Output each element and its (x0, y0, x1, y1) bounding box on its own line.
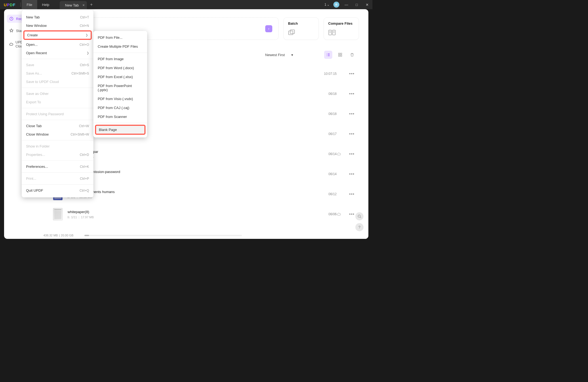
trash-button[interactable] (348, 51, 356, 59)
create-menu-item[interactable]: PDF from PowerPoint (.pptx) (93, 81, 147, 94)
file-menu-item[interactable]: New TabCtrl+T (22, 13, 93, 21)
compare-title: Compare Files (328, 21, 354, 25)
file-menu-item[interactable]: Close WindowCtrl+Shift+W (22, 130, 93, 139)
menu-item-label: Export To (26, 100, 41, 104)
close-button[interactable]: ✕ (364, 3, 370, 7)
file-meta: ⎘1/8|9.08 MB (68, 175, 312, 179)
more-button[interactable]: ••• (347, 212, 356, 217)
shortcut: Ctrl+K (80, 165, 89, 169)
svg-rect-7 (340, 53, 342, 54)
menu-item-label: Create (27, 33, 38, 37)
file-row[interactable]: whitepaper(8) ⎘1/11|17.97 MB 06/06 ••• (48, 204, 359, 224)
file-menu-item[interactable]: New WindowCtrl+N (22, 21, 93, 30)
file-row[interactable]: whitepaper_permission-password ⎘1/8|9.08… (48, 164, 359, 184)
compare-icon (328, 29, 354, 36)
file-menu-item: Print...Ctrl+P (22, 174, 93, 183)
clock-icon (9, 16, 14, 21)
more-button[interactable]: ••• (347, 172, 356, 176)
menu-item-label: Save As... (26, 71, 42, 75)
menu-item-label: PDF from Excel (.xlsx) (98, 75, 133, 79)
more-button[interactable]: ••• (347, 111, 356, 116)
file-menu-item[interactable]: Open...Ctrl+O (22, 40, 93, 49)
file-info: whitepaper(8) ⎘1/11|17.97 MB (68, 210, 312, 219)
create-menu-item[interactable]: PDF from Scanner (93, 112, 147, 121)
create-menu-item[interactable]: PDF from CAJ (.caj) (93, 103, 147, 112)
avatar[interactable]: R (333, 2, 339, 8)
menu-separator (22, 160, 93, 161)
batch-icon (288, 29, 314, 36)
file-name: whitepaper_permission-password (68, 170, 312, 174)
notification-badge[interactable]: 1 ⌄ (324, 3, 330, 7)
menu-item-label: Show in Folder (26, 144, 50, 148)
tab-label: New Tab (65, 3, 79, 7)
minimize-button[interactable]: — (343, 3, 350, 7)
chevron-right-icon[interactable]: › (265, 25, 272, 32)
file-menu-item[interactable]: Close TabCtrl+W (22, 122, 93, 130)
menu-item-label: PDF from File... (98, 36, 122, 40)
compare-card[interactable]: Compare Files (324, 17, 359, 40)
more-button[interactable]: ••• (347, 192, 356, 197)
create-menu-item[interactable]: PDF from Excel (.xlsx) (93, 72, 147, 81)
create-menu-item[interactable]: Blank Page (95, 125, 146, 135)
menu-item-label: Properties... (26, 153, 45, 157)
file-menu-item[interactable]: Quit UPDFCtrl+Q (22, 186, 93, 195)
file-menu: New TabCtrl+TNew WindowCtrl+NCreate❯Open… (22, 10, 93, 197)
view-list-button[interactable] (324, 51, 332, 59)
create-menu-item[interactable]: Create Multiple PDF Files (93, 42, 147, 51)
more-button[interactable]: ••• (347, 131, 356, 136)
file-size: 17.97 MB (81, 216, 94, 219)
menu-file[interactable]: File (22, 0, 37, 9)
add-tab-button[interactable]: + (90, 2, 93, 7)
file-info: technology augments humans ⎘2/2|36.38 MB (68, 190, 312, 199)
shortcut: Ctrl+N (80, 24, 89, 28)
svg-rect-8 (339, 55, 340, 56)
menu-item-label: Print... (26, 176, 36, 181)
menu-item-label: Preferences... (26, 165, 48, 169)
cloud-indicator[interactable] (337, 152, 347, 156)
menu-separator (22, 108, 93, 108)
more-button[interactable]: ••• (347, 71, 356, 76)
shortcut: Ctrl+P (80, 177, 89, 181)
file-menu-item: Save to UPDF Cloud (22, 78, 93, 86)
search-button[interactable] (355, 212, 363, 220)
create-menu-item[interactable]: PDF from Image (93, 54, 147, 63)
sort-label: Newest First (265, 53, 285, 57)
file-info: banking whitepapar ⎘1/14|30.27 MB (68, 150, 312, 159)
more-button[interactable]: ••• (347, 152, 356, 156)
chevron-right-icon: ❯ (86, 33, 88, 37)
batch-card[interactable]: Batch (283, 17, 319, 40)
svg-point-10 (358, 215, 360, 217)
create-menu-item[interactable]: PDF from Visio (.vsdx) (93, 94, 147, 103)
file-date: 06/14 (312, 172, 337, 176)
file-date: 06/17 (312, 132, 337, 136)
view-grid-button[interactable] (336, 51, 344, 59)
file-row[interactable]: technology augments humans ⎘2/2|36.38 MB… (48, 184, 359, 204)
sort-select[interactable]: Newest First ▾ (265, 53, 293, 57)
file-menu-item[interactable]: Open Recent❯ (22, 49, 93, 57)
shortcut: Ctrl+W (79, 124, 89, 128)
batch-title: Batch (288, 21, 314, 25)
file-menu-item[interactable]: Create❯ (23, 30, 92, 40)
more-button[interactable]: ••• (347, 91, 356, 96)
create-menu-item[interactable]: PDF from Word (.docx) (93, 63, 147, 72)
cloud-indicator[interactable] (337, 212, 347, 216)
create-submenu: PDF from File...Create Multiple PDF File… (93, 31, 147, 137)
maximize-button[interactable]: □ (353, 3, 360, 7)
file-date: 06/18 (312, 92, 337, 96)
menu-item-label: Save (26, 63, 34, 67)
file-menu-item: Show in Folder (22, 142, 93, 150)
menu-item-label: PDF from Scanner (98, 115, 127, 119)
file-menu-item: Export To (22, 98, 93, 106)
file-info: whitepaper_permission-password ⎘1/8|9.08… (68, 170, 312, 179)
app-logo: UPDF (0, 2, 19, 7)
close-icon[interactable]: × (83, 3, 85, 7)
menu-item-label: PDF from Image (98, 57, 124, 61)
file-menu-item: SaveCtrl+S (22, 61, 93, 69)
menu-help[interactable]: Help (37, 0, 54, 9)
menu-separator (22, 120, 93, 120)
tab[interactable]: New Tab × (60, 1, 87, 9)
file-menu-item[interactable]: Preferences...Ctrl+K (22, 162, 93, 171)
help-button[interactable]: ? (355, 223, 363, 231)
create-menu-item[interactable]: PDF from File... (93, 33, 147, 42)
file-row[interactable]: banking whitepapar ⎘1/14|30.27 MB 06/14 … (48, 144, 359, 164)
